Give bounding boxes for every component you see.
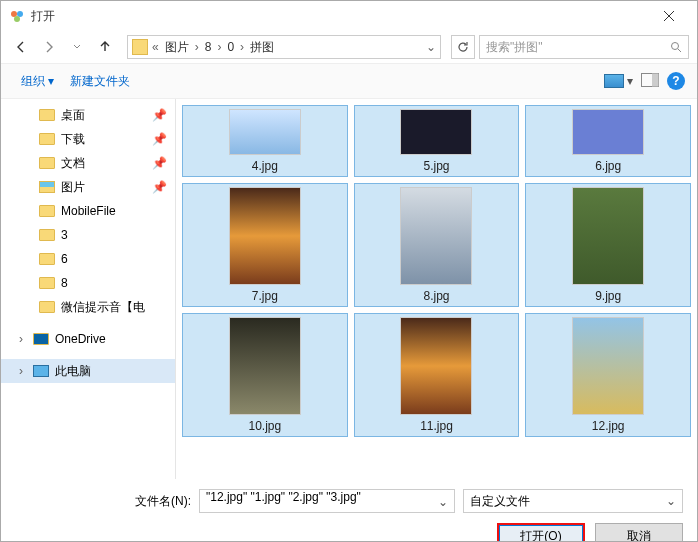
file-name: 10.jpg <box>248 419 281 433</box>
folder-icon <box>132 39 148 55</box>
sidebar-item-onedrive[interactable]: › OneDrive <box>1 327 175 351</box>
sidebar-label: MobileFile <box>61 204 116 218</box>
chevron-right-icon: › <box>19 332 27 346</box>
sidebar-item-thispc[interactable]: › 此电脑 <box>1 359 175 383</box>
sidebar-label: 桌面 <box>61 107 85 124</box>
app-icon <box>9 8 25 24</box>
sidebar: 桌面📌下载📌文档📌图片📌MobileFile368微信提示音【电 › OneDr… <box>1 99 176 479</box>
sidebar-label: 微信提示音【电 <box>61 299 145 316</box>
sidebar-item[interactable]: 6 <box>1 247 175 271</box>
open-button[interactable]: 打开(O) <box>497 523 585 542</box>
sidebar-item[interactable]: 文档📌 <box>1 151 175 175</box>
file-name: 11.jpg <box>420 419 453 433</box>
pin-icon: 📌 <box>152 180 167 194</box>
file-name: 4.jpg <box>252 159 278 173</box>
svg-point-1 <box>17 11 23 17</box>
file-item[interactable]: 5.jpg <box>354 105 520 177</box>
file-name: 6.jpg <box>595 159 621 173</box>
view-icon <box>604 74 624 88</box>
breadcrumb-item[interactable]: 图片 <box>163 39 191 56</box>
chevron-right-icon: › <box>193 40 201 54</box>
sidebar-label: 图片 <box>61 179 85 196</box>
breadcrumb-item[interactable]: 0 <box>225 40 236 54</box>
sidebar-item[interactable]: 8 <box>1 271 175 295</box>
pin-icon: 📌 <box>152 108 167 122</box>
chevron-right-icon: › <box>215 40 223 54</box>
file-item[interactable]: 8.jpg <box>354 183 520 307</box>
sidebar-label: 8 <box>61 276 68 290</box>
file-name: 9.jpg <box>595 289 621 303</box>
svg-point-3 <box>672 43 679 50</box>
thumbnail <box>400 109 472 155</box>
folder-icon <box>39 229 55 241</box>
back-button[interactable] <box>9 35 33 59</box>
pc-icon <box>33 365 49 377</box>
refresh-button[interactable] <box>451 35 475 59</box>
thumbnail <box>572 317 644 415</box>
file-name: 12.jpg <box>592 419 625 433</box>
sidebar-label: 6 <box>61 252 68 266</box>
close-button[interactable] <box>649 1 689 31</box>
thumbnail <box>229 109 301 155</box>
sidebar-item[interactable]: MobileFile <box>1 199 175 223</box>
thumbnail <box>400 317 472 415</box>
chevron-left-icon: « <box>150 40 161 54</box>
file-name: 8.jpg <box>423 289 449 303</box>
content-area: 桌面📌下载📌文档📌图片📌MobileFile368微信提示音【电 › OneDr… <box>1 99 697 479</box>
onedrive-icon <box>33 333 49 345</box>
file-item[interactable]: 9.jpg <box>525 183 691 307</box>
folder-icon <box>39 277 55 289</box>
newfolder-button[interactable]: 新建文件夹 <box>62 69 138 94</box>
file-name: 7.jpg <box>252 289 278 303</box>
svg-point-0 <box>11 11 17 17</box>
thumbnail <box>400 187 472 285</box>
folder-icon <box>39 205 55 217</box>
up-button[interactable] <box>93 35 117 59</box>
forward-button[interactable] <box>37 35 61 59</box>
thumbnail <box>229 187 301 285</box>
sidebar-item[interactable]: 图片📌 <box>1 175 175 199</box>
search-input[interactable] <box>486 40 670 54</box>
sidebar-item[interactable]: 微信提示音【电 <box>1 295 175 319</box>
window-title: 打开 <box>31 8 649 25</box>
filename-label: 文件名(N): <box>135 493 191 510</box>
filename-input[interactable]: "12.jpg" "1.jpg" "2.jpg" "3.jpg" ⌄ <box>199 489 455 513</box>
organize-button[interactable]: 组织 ▾ <box>13 69 62 94</box>
thumbnail <box>572 109 644 155</box>
recent-dropdown[interactable] <box>65 35 89 59</box>
breadcrumb[interactable]: « 图片 › 8 › 0 › 拼图 ⌄ <box>127 35 441 59</box>
sidebar-label: 下载 <box>61 131 85 148</box>
sidebar-item[interactable]: 下载📌 <box>1 127 175 151</box>
sidebar-label: 3 <box>61 228 68 242</box>
preview-pane-button[interactable] <box>641 73 659 90</box>
view-mode-button[interactable]: ▾ <box>604 74 633 88</box>
thumbnail <box>572 187 644 285</box>
file-name: 5.jpg <box>423 159 449 173</box>
chevron-down-icon: ▾ <box>48 74 54 88</box>
filename-value: "12.jpg" "1.jpg" "2.jpg" "3.jpg" <box>206 490 361 504</box>
breadcrumb-item[interactable]: 8 <box>203 40 214 54</box>
search-box[interactable] <box>479 35 689 59</box>
chevron-down-icon[interactable]: ⌄ <box>426 40 436 54</box>
file-item[interactable]: 10.jpg <box>182 313 348 437</box>
file-item[interactable]: 12.jpg <box>525 313 691 437</box>
filetype-select[interactable]: 自定义文件 ⌄ <box>463 489 683 513</box>
breadcrumb-item[interactable]: 拼图 <box>248 39 276 56</box>
cancel-button[interactable]: 取消 <box>595 523 683 542</box>
footer: 文件名(N): "12.jpg" "1.jpg" "2.jpg" "3.jpg"… <box>1 479 697 542</box>
file-item[interactable]: 11.jpg <box>354 313 520 437</box>
pin-icon: 📌 <box>152 156 167 170</box>
help-button[interactable]: ? <box>667 72 685 90</box>
svg-rect-5 <box>652 73 659 86</box>
file-item[interactable]: 6.jpg <box>525 105 691 177</box>
folder-icon <box>39 253 55 265</box>
svg-point-2 <box>14 16 20 22</box>
file-item[interactable]: 4.jpg <box>182 105 348 177</box>
folder-icon <box>39 157 55 169</box>
sidebar-item[interactable]: 桌面📌 <box>1 103 175 127</box>
nav-row: « 图片 › 8 › 0 › 拼图 ⌄ <box>1 31 697 63</box>
chevron-down-icon[interactable]: ⌄ <box>666 494 678 508</box>
sidebar-item[interactable]: 3 <box>1 223 175 247</box>
chevron-down-icon[interactable]: ⌄ <box>438 495 450 509</box>
file-item[interactable]: 7.jpg <box>182 183 348 307</box>
